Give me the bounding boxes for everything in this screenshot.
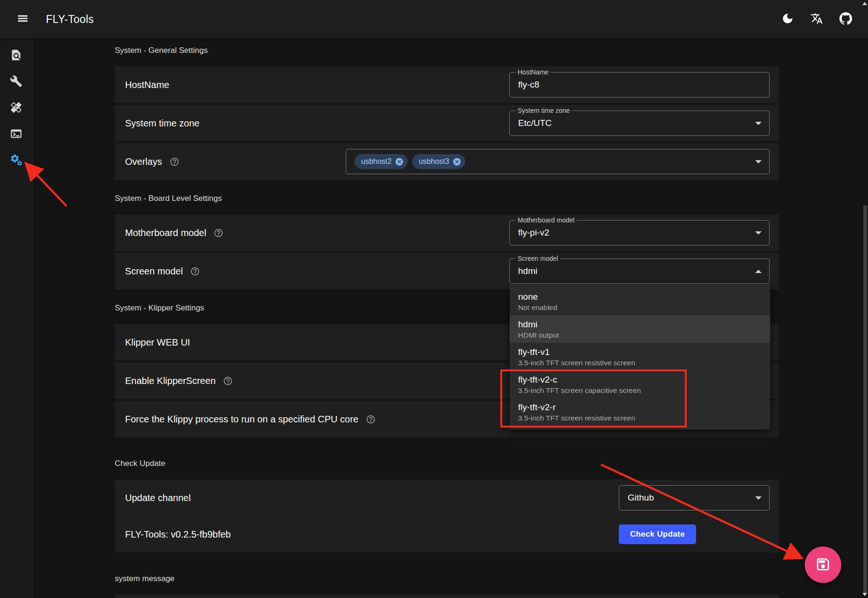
check-update-button[interactable]: Check Update — [619, 524, 696, 544]
option-subtitle: Not enabled — [518, 303, 762, 313]
option-title: fly-tft-v2-r — [518, 401, 762, 413]
screen-model-field-label: Screen model — [515, 255, 560, 263]
sidebar-item-patch[interactable] — [6, 97, 27, 119]
annotation-arrow-sidebar — [27, 165, 67, 206]
menu-option-fly-tft-v2-r[interactable]: fly-tft-v2-r 3.5-inch TFT screen resisti… — [510, 398, 770, 426]
scroll-up-arrow-icon[interactable] — [862, 2, 867, 5]
row-motherboard: Motherboard model Motherboard model fly-… — [115, 214, 779, 251]
option-title: fly-tft-v1 — [518, 346, 762, 358]
hamburger-icon — [16, 12, 29, 27]
motherboard-field-label: Motherboard model — [515, 216, 577, 224]
section-heading-general: System - General Settings — [115, 46, 779, 55]
sidebar — [0, 38, 33, 598]
chevron-down-icon[interactable] — [755, 122, 762, 125]
menu-option-none[interactable]: none Not enabled — [510, 288, 770, 315]
app-bar: FLY-Tools — [0, 0, 868, 38]
translate-icon — [810, 12, 823, 27]
screen-model-value: hdmi — [518, 266, 537, 276]
github-icon — [839, 12, 852, 27]
menu-button[interactable] — [12, 9, 33, 30]
github-button[interactable] — [835, 9, 856, 30]
motherboard-value: fly-pi-v2 — [518, 228, 549, 238]
row-update-channel: Update channel Github — [115, 480, 779, 516]
klippy-cpu-core-label: Force the Klippy process to run on a spe… — [125, 414, 358, 425]
sidebar-item-config[interactable] — [6, 71, 27, 93]
option-subtitle: 3.5-inch TFT screen resistive screen — [518, 413, 762, 423]
hostname-label: HostName — [125, 80, 169, 90]
section-heading-board: System - Board Level Settings — [115, 194, 779, 203]
timezone-value: Etc/UTC — [518, 118, 552, 128]
chevron-down-icon[interactable] — [755, 160, 762, 163]
screen-model-help-icon[interactable] — [190, 266, 200, 276]
klipperscreen-label: Enable KlipperScreen — [125, 376, 215, 386]
menu-option-hdmi[interactable]: hdmi HDMI output — [510, 315, 770, 343]
overlay-chip[interactable]: usbhost3 — [412, 154, 465, 169]
option-title: none — [518, 291, 762, 303]
terminal-icon — [10, 127, 22, 142]
overlays-label: Overlays — [125, 156, 162, 167]
motherboard-select[interactable]: Motherboard model fly-pi-v2 — [509, 220, 770, 245]
save-fab-button[interactable] — [805, 546, 841, 583]
klippy-cpu-core-help-icon[interactable] — [366, 414, 376, 424]
hostname-field-label: HostName — [515, 68, 551, 76]
timezone-field-label: System time zone — [515, 107, 572, 115]
chevron-down-icon[interactable] — [755, 496, 762, 500]
app-window: FLY-Tools — [0, 0, 868, 598]
section-heading-update: Check Update — [115, 459, 779, 468]
vertical-scrollbar[interactable] — [862, 0, 868, 598]
row-timezone: System time zone System time zone Etc/UT… — [115, 105, 779, 141]
option-title: fly-tft-v2-c — [518, 374, 762, 385]
overlay-chip-label: usbhost3 — [419, 157, 449, 166]
update-channel-value: Github — [628, 493, 654, 503]
option-title: hdmi — [518, 318, 762, 330]
klipperscreen-help-icon[interactable] — [223, 376, 233, 386]
option-subtitle: 3.5-inch TFT screen resistive screen — [518, 358, 762, 368]
wrench-icon — [10, 75, 22, 89]
motherboard-help-icon[interactable] — [214, 228, 223, 238]
sidebar-item-terminal[interactable] — [6, 124, 27, 145]
sidebar-item-flash[interactable] — [6, 45, 27, 66]
overlays-select[interactable]: usbhost2 usbhost3 — [346, 149, 770, 174]
screen-model-select[interactable]: Screen model hdmi — [509, 258, 770, 284]
gears-icon — [10, 154, 22, 168]
row-version: FLY-Tools: v0.2.5-fb9bfeb Check Update — [115, 516, 779, 553]
chip-close-icon[interactable] — [453, 157, 461, 166]
hostname-input[interactable] — [518, 80, 761, 90]
menu-option-fly-tft-v1[interactable]: fly-tft-v1 3.5-inch TFT screen resistive… — [510, 343, 770, 370]
section-heading-message: system message — [115, 574, 779, 583]
overlay-chip-label: usbhost2 — [361, 157, 392, 166]
overlay-chip[interactable]: usbhost2 — [355, 154, 408, 169]
screen-model-label: Screen model — [125, 266, 183, 277]
app-title: FLY-Tools — [46, 13, 94, 26]
language-button[interactable] — [806, 9, 827, 30]
scrollbar-thumb[interactable] — [863, 205, 867, 593]
system-message-panel — [115, 595, 779, 598]
screen-model-menu: none Not enabled hdmi HDMI output fly-tf… — [510, 284, 770, 429]
motherboard-label: Motherboard model — [125, 228, 206, 238]
update-card: Update channel Github FLY-Tools: v0.2.5-… — [115, 480, 779, 553]
sidebar-item-system-settings[interactable] — [6, 150, 27, 171]
chevron-down-icon[interactable] — [755, 231, 762, 235]
update-channel-label: Update channel — [125, 493, 191, 503]
menu-option-fly-tft-v2-c[interactable]: fly-tft-v2-c 3.5-inch TFT screen capacit… — [510, 370, 770, 398]
option-subtitle: HDMI output — [518, 330, 762, 340]
row-hostname: HostName HostName — [115, 66, 779, 103]
update-channel-select[interactable]: Github — [619, 485, 770, 510]
timezone-label: System time zone — [125, 118, 200, 129]
moon-icon — [781, 12, 794, 27]
overlays-help-icon[interactable] — [170, 157, 179, 167]
chevron-up-icon[interactable] — [755, 270, 762, 273]
timezone-select[interactable]: System time zone Etc/UTC — [509, 111, 770, 136]
klipper-web-ui-label: Klipper WEB UI — [125, 337, 190, 348]
scroll-down-arrow-icon[interactable] — [862, 593, 867, 596]
save-icon — [815, 556, 831, 574]
version-text: FLY-Tools: v0.2.5-fb9bfeb — [125, 529, 231, 540]
chip-close-icon[interactable] — [395, 157, 404, 166]
dark-mode-button[interactable] — [777, 9, 798, 30]
hostname-field[interactable]: HostName — [509, 72, 770, 97]
row-overlays: Overlays usbhost2 usbhost3 — [115, 143, 779, 180]
option-subtitle: 3.5-inch TFT screen capacitive screen — [518, 385, 762, 396]
find-in-page-icon — [10, 49, 22, 63]
healing-icon — [10, 101, 22, 116]
